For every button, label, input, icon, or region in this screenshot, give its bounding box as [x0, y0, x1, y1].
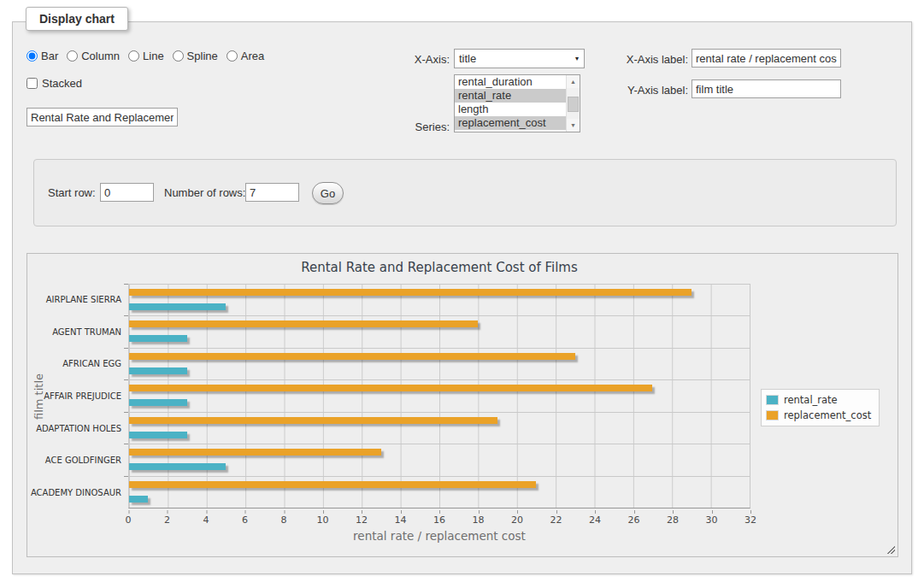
chart-category-row	[129, 413, 750, 444]
category-label: AGENT TRUMAN	[50, 316, 121, 349]
series-select-label: Series:	[373, 121, 450, 133]
x-tick-label: 0	[126, 514, 132, 526]
series-option-replacement_cost[interactable]: replacement_cost	[455, 116, 566, 130]
chart-plot-rows	[129, 285, 750, 508]
x-tick-label: 30	[706, 514, 718, 526]
x-tick-label: 20	[511, 514, 523, 526]
fieldset-legend: Display chart	[26, 7, 128, 31]
x-tick-label: 18	[473, 514, 485, 526]
x-tick-label: 4	[203, 514, 209, 526]
chart-category-row	[129, 285, 750, 316]
number-of-rows-input[interactable]	[245, 183, 299, 202]
row-controls-box: Start row: Number of rows: Go	[33, 159, 897, 226]
start-row-label: Start row:	[48, 186, 96, 199]
category-label: AFRICAN EGG	[50, 348, 121, 380]
x-axis-select[interactable]: title ▾	[454, 49, 585, 68]
x-tick-label: 24	[589, 514, 601, 526]
chart-type-label: Column	[81, 50, 120, 62]
bar-replacement_cost	[129, 320, 478, 327]
category-label: ACE GOLDFINGER	[50, 444, 121, 477]
x-axis-label-label: X-Axis label:	[611, 53, 688, 66]
chart-plot-area	[128, 284, 750, 509]
chart-type-radio-column[interactable]	[67, 50, 78, 62]
x-axis-selected-value: title	[459, 52, 476, 65]
x-tick-label: 26	[628, 514, 640, 526]
chart-type-radio-area[interactable]	[227, 50, 238, 62]
listbox-scrollbar[interactable]: ▲ ▼	[566, 75, 580, 132]
chart-x-axis-ticks: 02468101214161820222426283032	[128, 510, 750, 524]
bar-rental_rate	[129, 463, 226, 470]
chart-category-row	[129, 444, 750, 476]
x-tick-label: 10	[317, 514, 329, 526]
category-label: AFFAIR PREJUDICE	[50, 380, 121, 413]
x-tick-label: 16	[433, 514, 445, 526]
number-of-rows-label: Number of rows:	[164, 186, 245, 199]
legend-swatch-icon	[766, 395, 779, 405]
x-tick-label: 22	[550, 514, 562, 526]
scrollbar-thumb[interactable]	[568, 97, 579, 112]
x-axis-select-label: X-Axis:	[373, 53, 450, 66]
bar-rental_rate	[129, 496, 148, 503]
legend-item-rental_rate: rental_rate	[766, 394, 871, 406]
x-tick-label: 8	[281, 514, 287, 526]
bar-replacement_cost	[129, 417, 497, 424]
chart-type-option-bar[interactable]: Bar	[26, 50, 58, 62]
scroll-down-icon[interactable]: ▼	[567, 119, 580, 132]
chart-type-radio-group: BarColumnLineSplineArea	[26, 50, 264, 62]
y-axis-label-label: Y-Axis label:	[611, 84, 688, 97]
series-option-length[interactable]: length	[455, 103, 566, 116]
chart-legend: rental_ratereplacement_cost	[761, 389, 880, 426]
dropdown-arrow-icon: ▾	[575, 55, 579, 62]
series-listbox[interactable]: rental_durationrental_ratelengthreplacem…	[454, 74, 580, 132]
chart-category-row	[129, 316, 750, 348]
x-tick-label: 32	[744, 514, 756, 526]
category-label: ADAPTATION HOLES	[50, 412, 121, 444]
bar-replacement_cost	[129, 385, 652, 391]
chart-category-row	[129, 349, 750, 380]
series-option-rental_rate[interactable]: rental_rate	[455, 89, 566, 103]
legend-label: rental_rate	[784, 394, 838, 406]
bar-replacement_cost	[129, 353, 575, 360]
bar-replacement_cost	[129, 449, 381, 456]
x-tick-label: 2	[164, 514, 170, 526]
chart-category-labels: AIRPLANE SIERRAAGENT TRUMANAFRICAN EGGAF…	[50, 284, 121, 509]
x-axis-label-input[interactable]	[692, 49, 841, 68]
chart-type-radio-spline[interactable]	[173, 50, 184, 62]
stacked-checkbox[interactable]	[26, 78, 38, 89]
bar-rental_rate	[129, 432, 187, 438]
stacked-option[interactable]: Stacked	[26, 77, 82, 90]
category-label: AIRPLANE SIERRA	[50, 284, 121, 316]
start-row-input[interactable]	[100, 183, 154, 202]
bar-rental_rate	[129, 303, 226, 310]
chart-category-row	[129, 477, 750, 508]
resize-handle-icon[interactable]	[886, 544, 895, 554]
chart-type-option-spline[interactable]: Spline	[173, 50, 218, 62]
stacked-label: Stacked	[42, 77, 82, 90]
x-tick-label: 28	[667, 514, 679, 526]
chart-type-label: Line	[143, 50, 164, 62]
legend-item-replacement_cost: replacement_cost	[766, 409, 871, 421]
chart-type-radio-line[interactable]	[128, 50, 139, 62]
chart-type-radio-bar[interactable]	[26, 50, 38, 62]
display-chart-panel: BarColumnLineSplineArea Stacked X-Axis: …	[12, 21, 912, 574]
chart-type-option-line[interactable]: Line	[128, 50, 164, 62]
chart-type-label: Spline	[187, 50, 218, 62]
chart-type-label: Bar	[41, 50, 58, 62]
legend-label: replacement_cost	[784, 409, 871, 421]
chart-type-option-area[interactable]: Area	[227, 50, 264, 62]
go-button[interactable]: Go	[312, 182, 344, 204]
chart-title-input[interactable]	[26, 108, 178, 126]
bar-replacement_cost	[129, 289, 692, 296]
bar-rental_rate	[129, 335, 187, 342]
x-tick-label: 14	[395, 514, 407, 526]
chart-type-option-column[interactable]: Column	[67, 50, 120, 62]
chart-x-axis-label: rental rate / replacement cost	[128, 529, 750, 543]
x-tick-label: 6	[242, 514, 248, 526]
chart-type-label: Area	[241, 50, 264, 62]
y-axis-label-input[interactable]	[692, 79, 841, 98]
category-label: ACADEMY DINOSAUR	[50, 476, 121, 509]
scroll-up-icon[interactable]: ▲	[567, 75, 580, 88]
chart-category-row	[129, 380, 750, 412]
bar-replacement_cost	[129, 481, 536, 488]
series-option-rental_duration[interactable]: rental_duration	[455, 75, 566, 89]
